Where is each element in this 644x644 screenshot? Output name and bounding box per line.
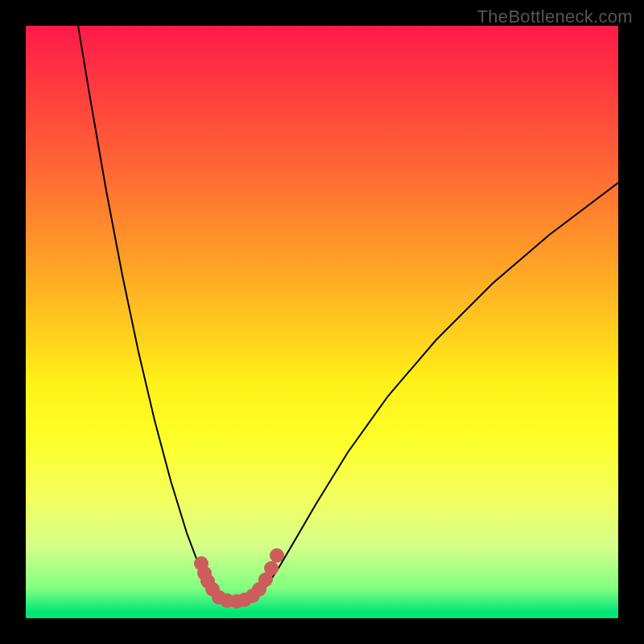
valley-marker-dot xyxy=(264,561,279,576)
left-curve-line xyxy=(78,26,217,599)
right-curve-line xyxy=(251,183,618,599)
plot-area xyxy=(26,26,618,618)
valley-marker-dot xyxy=(270,548,284,563)
watermark-text: TheBottleneck.com xyxy=(477,6,633,27)
valley-marker-group xyxy=(194,548,284,609)
chart-svg xyxy=(26,26,618,618)
